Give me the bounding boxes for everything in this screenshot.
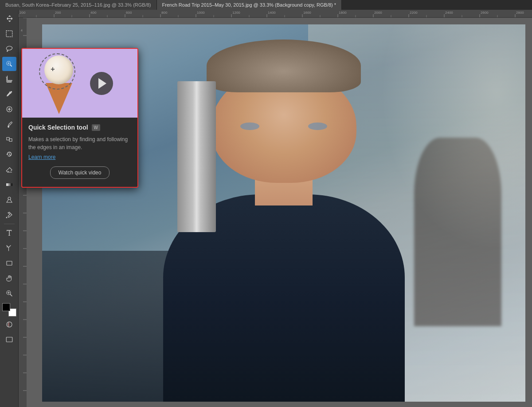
tooltip-tool-name: Quick Selection tool: [28, 124, 88, 131]
tool-zoom[interactable]: [2, 286, 16, 300]
tool-type[interactable]: [2, 226, 16, 240]
tool-eraser[interactable]: [2, 162, 16, 177]
svg-text:1000: 1000: [197, 11, 205, 15]
foreground-color[interactable]: [2, 303, 10, 311]
tool-quick-mask[interactable]: [2, 317, 16, 332]
tooltip-thumbnail: +: [22, 49, 137, 118]
tooltip-description: Makes a selection by finding and followi…: [28, 135, 131, 151]
tooltip-title-row: Quick Selection tool W: [28, 124, 131, 131]
svg-point-2: [8, 63, 9, 63]
tooltip-learn-more-link[interactable]: Learn more: [28, 154, 131, 160]
play-triangle-icon: [98, 78, 106, 89]
svg-text:200: 200: [20, 11, 26, 15]
selection-indicator: +: [39, 53, 75, 90]
svg-text:400: 400: [90, 11, 97, 15]
svg-text:200: 200: [55, 11, 61, 15]
tooltip-shortcut-key: W: [92, 124, 100, 131]
tab-busan[interactable]: Busan, South Korea–February 25, 2015–116…: [0, 0, 157, 10]
svg-text:2600: 2600: [481, 11, 489, 15]
svg-text:4: 4: [21, 29, 23, 32]
svg-text:1200: 1200: [232, 11, 240, 15]
ruler-top-svg: 200 200 400 600 800 1000 1200 1400 1600: [19, 10, 532, 18]
svg-rect-0: [6, 31, 12, 37]
tool-history[interactable]: [2, 147, 16, 162]
tooltip-popup: + Quick Selection tool W Makes a selecti…: [21, 48, 138, 188]
tool-pen[interactable]: [2, 208, 16, 222]
tooltip-content: Quick Selection tool W Makes a selection…: [22, 118, 137, 187]
toolbar-divider: [4, 224, 15, 224]
tool-marquee[interactable]: [2, 27, 16, 41]
svg-text:2400: 2400: [445, 11, 453, 15]
tool-rectangle[interactable]: [2, 256, 16, 270]
ice-cream-scene: +: [22, 49, 137, 118]
tool-gradient[interactable]: [2, 178, 16, 192]
svg-text:2800: 2800: [516, 11, 524, 15]
play-button[interactable]: [90, 72, 113, 95]
tool-move[interactable]: [2, 12, 16, 26]
tool-lasso[interactable]: [2, 42, 16, 56]
svg-text:800: 800: [161, 11, 168, 15]
svg-point-5: [8, 197, 11, 200]
svg-text:600: 600: [126, 11, 132, 15]
tooltip-watch-video-button[interactable]: Watch quick video: [50, 166, 110, 179]
svg-rect-4: [6, 183, 12, 186]
tool-quick-selection[interactable]: [2, 57, 16, 71]
svg-rect-11: [6, 337, 12, 342]
ruler-top: 200 200 400 600 800 1000 1200 1400 1600: [19, 10, 532, 18]
color-boxes[interactable]: [2, 303, 16, 316]
svg-text:2200: 2200: [410, 11, 418, 15]
tool-eyedropper[interactable]: [2, 87, 16, 101]
svg-rect-8: [7, 261, 12, 265]
toolbar: [0, 10, 19, 407]
svg-text:1600: 1600: [303, 11, 311, 15]
tool-screen-mode[interactable]: [2, 332, 16, 347]
tool-crop[interactable]: [2, 72, 16, 86]
tool-brush[interactable]: [2, 117, 16, 131]
svg-text:1800: 1800: [339, 11, 347, 15]
svg-point-6: [6, 217, 7, 218]
tool-hand[interactable]: [2, 271, 16, 285]
tab-french-road-trip[interactable]: French Road Trip 2015–May 30, 2015.jpg @…: [157, 0, 342, 10]
svg-text:2000: 2000: [374, 11, 382, 15]
titlebar: Busan, South Korea–February 25, 2015–116…: [0, 0, 532, 10]
svg-text:1400: 1400: [268, 11, 276, 15]
tool-dodge[interactable]: [2, 193, 16, 207]
tool-healing[interactable]: [2, 102, 16, 116]
tool-clone[interactable]: [2, 132, 16, 146]
tool-path-selection[interactable]: [2, 241, 16, 255]
